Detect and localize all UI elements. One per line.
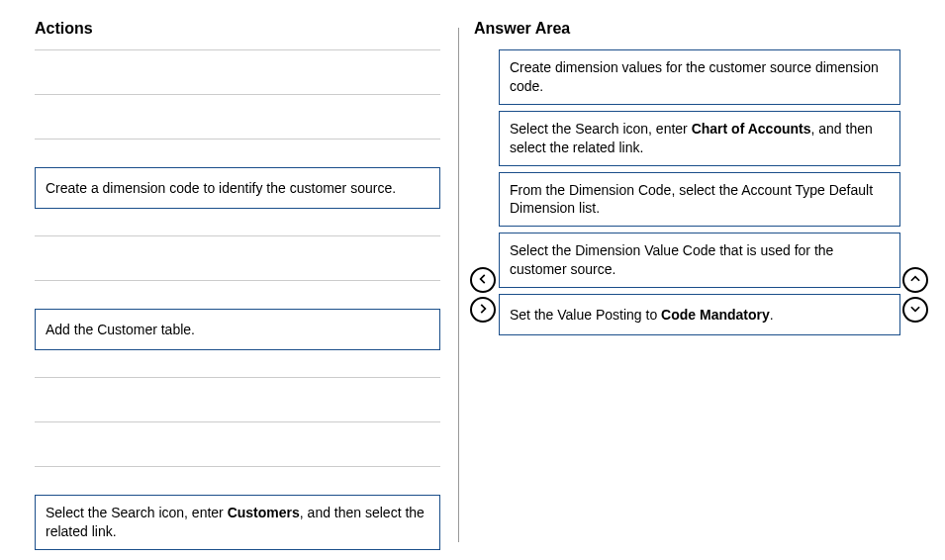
action-item-text: Add the Customer table. — [46, 321, 195, 339]
answer-item-text: From the Dimension Code, select the Acco… — [510, 181, 890, 219]
answer-item[interactable]: From the Dimension Code, select the Acco… — [499, 172, 900, 228]
action-slot-empty[interactable] — [35, 421, 440, 467]
answer-item[interactable]: Set the Value Posting to Code Mandatory. — [499, 294, 900, 335]
actions-heading: Actions — [35, 20, 440, 38]
action-item[interactable]: Create a dimension code to identify the … — [35, 167, 440, 209]
action-item[interactable]: Select the Search icon, enter Customers,… — [35, 495, 440, 550]
answer-item[interactable]: Create dimension values for the customer… — [499, 49, 900, 105]
action-slot-empty[interactable] — [35, 94, 440, 140]
action-item-text: Select the Search icon, enter Customers,… — [46, 504, 429, 541]
chevron-down-icon — [908, 302, 922, 319]
move-down-button[interactable] — [902, 297, 928, 323]
chevron-left-icon — [476, 272, 490, 289]
answer-item[interactable]: Select the Dimension Value Code that is … — [499, 233, 900, 288]
move-right-button[interactable] — [470, 297, 496, 323]
answer-item-text: Select the Dimension Value Code that is … — [510, 241, 890, 279]
answer-column: Answer Area Create dimension values for … — [474, 20, 930, 560]
chevron-right-icon — [476, 302, 490, 319]
answer-item-text: Create dimension values for the customer… — [510, 58, 890, 96]
action-item-text: Create a dimension code to identify the … — [46, 179, 396, 198]
actions-column: Actions Create a dimension code to ident… — [35, 20, 450, 560]
answer-item[interactable]: Select the Search icon, enter Chart of A… — [499, 111, 900, 166]
chevron-up-icon — [908, 272, 922, 289]
answer-item-text: Select the Search icon, enter Chart of A… — [510, 120, 890, 157]
action-slot-empty[interactable] — [35, 49, 440, 95]
move-controls-left — [470, 267, 496, 323]
move-controls-right — [902, 267, 928, 323]
action-slot-empty[interactable] — [35, 377, 440, 422]
answer-list: Create dimension values for the customer… — [474, 49, 930, 341]
action-item[interactable]: Add the Customer table. — [35, 309, 440, 350]
action-slot-empty[interactable] — [35, 235, 440, 281]
answer-heading: Answer Area — [474, 20, 930, 38]
answer-item-text: Set the Value Posting to Code Mandatory. — [510, 306, 774, 325]
move-left-button[interactable] — [470, 267, 496, 293]
column-divider — [458, 28, 459, 542]
move-up-button[interactable] — [902, 267, 928, 293]
